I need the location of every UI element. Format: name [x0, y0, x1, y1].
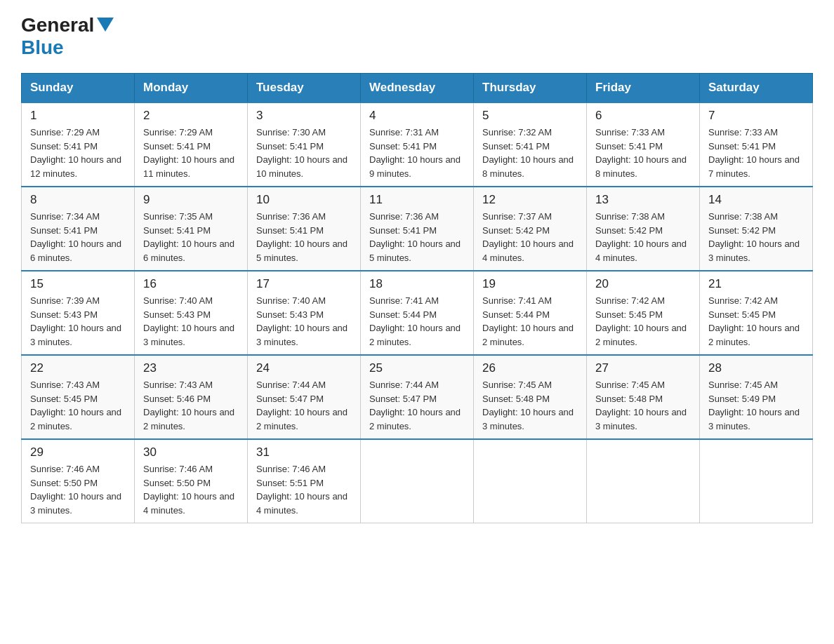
calendar-day-cell: 7Sunrise: 7:33 AMSunset: 5:41 PMDaylight… — [700, 102, 813, 187]
logo: General Blue — [21, 14, 114, 59]
calendar-day-cell: 4Sunrise: 7:31 AMSunset: 5:41 PMDaylight… — [361, 102, 474, 187]
calendar-day-cell: 17Sunrise: 7:40 AMSunset: 5:43 PMDayligh… — [248, 271, 361, 355]
day-info: Sunrise: 7:38 AMSunset: 5:42 PMDaylight:… — [595, 210, 691, 264]
day-info: Sunrise: 7:39 AMSunset: 5:43 PMDaylight:… — [30, 294, 126, 349]
calendar-day-cell: 29Sunrise: 7:46 AMSunset: 5:50 PMDayligh… — [22, 439, 135, 523]
day-info: Sunrise: 7:46 AMSunset: 5:51 PMDaylight:… — [256, 462, 352, 517]
day-number: 10 — [256, 193, 352, 207]
logo-general-text: General — [21, 14, 94, 36]
day-info: Sunrise: 7:45 AMSunset: 5:48 PMDaylight:… — [482, 378, 578, 433]
day-info: Sunrise: 7:46 AMSunset: 5:50 PMDaylight:… — [143, 462, 239, 517]
calendar-day-cell: 10Sunrise: 7:36 AMSunset: 5:41 PMDayligh… — [248, 187, 361, 271]
calendar-day-cell — [474, 439, 587, 523]
weekday-header-sunday: Sunday — [22, 74, 135, 103]
calendar-day-cell: 22Sunrise: 7:43 AMSunset: 5:45 PMDayligh… — [22, 355, 135, 439]
day-info: Sunrise: 7:30 AMSunset: 5:41 PMDaylight:… — [256, 126, 352, 180]
calendar-day-cell: 6Sunrise: 7:33 AMSunset: 5:41 PMDaylight… — [587, 102, 700, 187]
day-number: 19 — [482, 277, 578, 291]
day-info: Sunrise: 7:46 AMSunset: 5:50 PMDaylight:… — [30, 462, 126, 517]
day-info: Sunrise: 7:31 AMSunset: 5:41 PMDaylight:… — [369, 126, 465, 180]
day-number: 6 — [595, 109, 691, 123]
day-number: 15 — [30, 277, 126, 291]
day-number: 16 — [143, 277, 239, 291]
day-info: Sunrise: 7:43 AMSunset: 5:45 PMDaylight:… — [30, 378, 126, 433]
calendar-day-cell: 25Sunrise: 7:44 AMSunset: 5:47 PMDayligh… — [361, 355, 474, 439]
calendar-day-cell: 8Sunrise: 7:34 AMSunset: 5:41 PMDaylight… — [22, 187, 135, 271]
weekday-header-friday: Friday — [587, 74, 700, 103]
day-number: 11 — [369, 193, 465, 207]
calendar-day-cell: 3Sunrise: 7:30 AMSunset: 5:41 PMDaylight… — [248, 102, 361, 187]
day-number: 2 — [143, 109, 239, 123]
calendar-day-cell: 11Sunrise: 7:36 AMSunset: 5:41 PMDayligh… — [361, 187, 474, 271]
weekday-header-tuesday: Tuesday — [248, 74, 361, 103]
day-info: Sunrise: 7:41 AMSunset: 5:44 PMDaylight:… — [482, 294, 578, 349]
calendar-week-row: 8Sunrise: 7:34 AMSunset: 5:41 PMDaylight… — [22, 187, 813, 271]
day-number: 8 — [30, 193, 126, 207]
day-info: Sunrise: 7:44 AMSunset: 5:47 PMDaylight:… — [369, 378, 465, 433]
day-info: Sunrise: 7:42 AMSunset: 5:45 PMDaylight:… — [708, 294, 804, 349]
day-info: Sunrise: 7:42 AMSunset: 5:45 PMDaylight:… — [595, 294, 691, 349]
day-info: Sunrise: 7:33 AMSunset: 5:41 PMDaylight:… — [708, 126, 804, 180]
calendar-day-cell: 23Sunrise: 7:43 AMSunset: 5:46 PMDayligh… — [135, 355, 248, 439]
calendar-day-cell: 15Sunrise: 7:39 AMSunset: 5:43 PMDayligh… — [22, 271, 135, 355]
weekday-header-thursday: Thursday — [474, 74, 587, 103]
day-info: Sunrise: 7:38 AMSunset: 5:42 PMDaylight:… — [708, 210, 804, 264]
calendar-day-cell: 2Sunrise: 7:29 AMSunset: 5:41 PMDaylight… — [135, 102, 248, 187]
day-number: 9 — [143, 193, 239, 207]
day-number: 31 — [256, 445, 352, 459]
day-number: 25 — [369, 361, 465, 375]
day-info: Sunrise: 7:37 AMSunset: 5:42 PMDaylight:… — [482, 210, 578, 264]
day-number: 14 — [708, 193, 804, 207]
calendar-day-cell: 1Sunrise: 7:29 AMSunset: 5:41 PMDaylight… — [22, 102, 135, 187]
calendar-day-cell — [361, 439, 474, 523]
day-info: Sunrise: 7:44 AMSunset: 5:47 PMDaylight:… — [256, 378, 352, 433]
weekday-header-wednesday: Wednesday — [361, 74, 474, 103]
day-number: 27 — [595, 361, 691, 375]
calendar-week-row: 1Sunrise: 7:29 AMSunset: 5:41 PMDaylight… — [22, 102, 813, 187]
calendar-header-row: SundayMondayTuesdayWednesdayThursdayFrid… — [22, 74, 813, 103]
day-number: 22 — [30, 361, 126, 375]
day-info: Sunrise: 7:45 AMSunset: 5:49 PMDaylight:… — [708, 378, 804, 433]
calendar-day-cell — [700, 439, 813, 523]
calendar-day-cell: 27Sunrise: 7:45 AMSunset: 5:48 PMDayligh… — [587, 355, 700, 439]
day-info: Sunrise: 7:40 AMSunset: 5:43 PMDaylight:… — [143, 294, 239, 349]
day-info: Sunrise: 7:29 AMSunset: 5:41 PMDaylight:… — [30, 126, 126, 180]
calendar-day-cell: 30Sunrise: 7:46 AMSunset: 5:50 PMDayligh… — [135, 439, 248, 523]
day-info: Sunrise: 7:34 AMSunset: 5:41 PMDaylight:… — [30, 210, 126, 264]
calendar-week-row: 29Sunrise: 7:46 AMSunset: 5:50 PMDayligh… — [22, 439, 813, 523]
day-info: Sunrise: 7:36 AMSunset: 5:41 PMDaylight:… — [369, 210, 465, 264]
calendar-day-cell: 5Sunrise: 7:32 AMSunset: 5:41 PMDaylight… — [474, 102, 587, 187]
calendar-day-cell: 26Sunrise: 7:45 AMSunset: 5:48 PMDayligh… — [474, 355, 587, 439]
day-number: 17 — [256, 277, 352, 291]
calendar-day-cell: 12Sunrise: 7:37 AMSunset: 5:42 PMDayligh… — [474, 187, 587, 271]
day-number: 18 — [369, 277, 465, 291]
day-number: 28 — [708, 361, 804, 375]
calendar-day-cell: 16Sunrise: 7:40 AMSunset: 5:43 PMDayligh… — [135, 271, 248, 355]
day-number: 1 — [30, 109, 126, 123]
day-info: Sunrise: 7:33 AMSunset: 5:41 PMDaylight:… — [595, 126, 691, 180]
calendar-table: SundayMondayTuesdayWednesdayThursdayFrid… — [21, 73, 813, 523]
day-number: 7 — [708, 109, 804, 123]
day-info: Sunrise: 7:36 AMSunset: 5:41 PMDaylight:… — [256, 210, 352, 264]
day-number: 23 — [143, 361, 239, 375]
calendar-week-row: 22Sunrise: 7:43 AMSunset: 5:45 PMDayligh… — [22, 355, 813, 439]
day-number: 12 — [482, 193, 578, 207]
weekday-header-monday: Monday — [135, 74, 248, 103]
calendar-day-cell: 14Sunrise: 7:38 AMSunset: 5:42 PMDayligh… — [700, 187, 813, 271]
logo-triangle-icon — [97, 18, 114, 32]
calendar-day-cell — [587, 439, 700, 523]
calendar-day-cell: 31Sunrise: 7:46 AMSunset: 5:51 PMDayligh… — [248, 439, 361, 523]
calendar-week-row: 15Sunrise: 7:39 AMSunset: 5:43 PMDayligh… — [22, 271, 813, 355]
day-info: Sunrise: 7:29 AMSunset: 5:41 PMDaylight:… — [143, 126, 239, 180]
day-number: 30 — [143, 445, 239, 459]
day-number: 4 — [369, 109, 465, 123]
calendar-day-cell: 24Sunrise: 7:44 AMSunset: 5:47 PMDayligh… — [248, 355, 361, 439]
calendar-day-cell: 13Sunrise: 7:38 AMSunset: 5:42 PMDayligh… — [587, 187, 700, 271]
day-number: 24 — [256, 361, 352, 375]
day-number: 26 — [482, 361, 578, 375]
calendar-day-cell: 21Sunrise: 7:42 AMSunset: 5:45 PMDayligh… — [700, 271, 813, 355]
day-number: 29 — [30, 445, 126, 459]
day-info: Sunrise: 7:32 AMSunset: 5:41 PMDaylight:… — [482, 126, 578, 180]
page-header: General Blue — [21, 14, 813, 59]
weekday-header-saturday: Saturday — [700, 74, 813, 103]
